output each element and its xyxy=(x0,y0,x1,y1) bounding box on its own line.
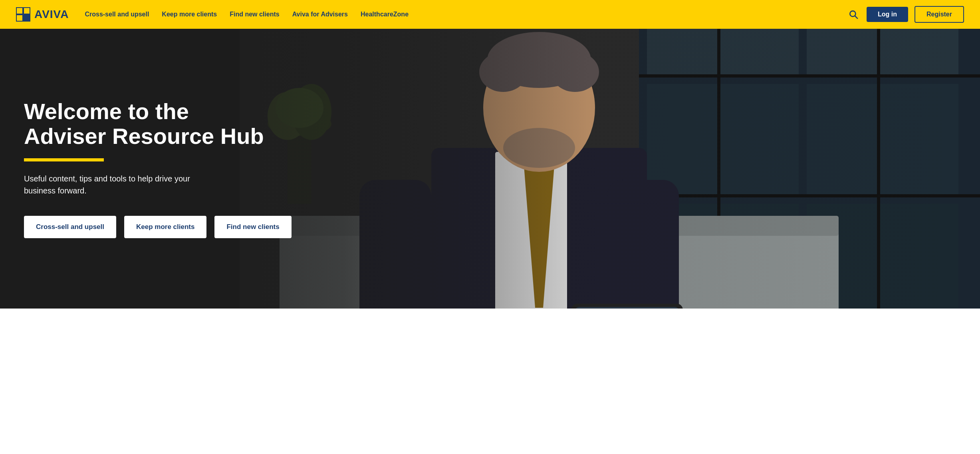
hero-content: Welcome to the Adviser Resource Hub Usef… xyxy=(0,29,539,309)
hero-section: Welcome to the Adviser Resource Hub Usef… xyxy=(0,29,980,309)
svg-rect-3 xyxy=(17,15,22,21)
nav-find-clients[interactable]: Find new clients xyxy=(230,11,279,18)
aviva-logo-icon xyxy=(16,7,30,22)
hero-subtitle: Useful content, tips and tools to help d… xyxy=(24,173,200,197)
nav-aviva-advisers[interactable]: Aviva for Advisers xyxy=(292,11,348,18)
hero-buttons: Cross-sell and upsell Keep more clients … xyxy=(24,216,515,238)
search-icon xyxy=(848,9,859,20)
hero-find-clients-button[interactable]: Find new clients xyxy=(214,216,291,238)
nav-healthcare-zone[interactable]: HealthcareZone xyxy=(361,11,409,18)
logo-text: AVIVA xyxy=(34,8,69,21)
header-actions: Log in Register xyxy=(847,6,964,23)
hero-title: Welcome to the Adviser Resource Hub xyxy=(24,99,515,148)
site-header: AVIVA Cross-sell and upsell Keep more cl… xyxy=(0,0,980,29)
hero-keep-clients-button[interactable]: Keep more clients xyxy=(124,216,206,238)
svg-rect-4 xyxy=(24,15,30,21)
hero-cross-sell-button[interactable]: Cross-sell and upsell xyxy=(24,216,116,238)
nav-cross-sell[interactable]: Cross-sell and upsell xyxy=(85,11,149,18)
login-button[interactable]: Log in xyxy=(867,7,908,22)
main-nav: Cross-sell and upsell Keep more clients … xyxy=(85,11,847,18)
svg-point-5 xyxy=(850,11,855,16)
nav-keep-clients[interactable]: Keep more clients xyxy=(162,11,217,18)
register-button[interactable]: Register xyxy=(915,6,964,23)
logo-area[interactable]: AVIVA xyxy=(16,7,69,22)
svg-line-6 xyxy=(855,16,858,19)
hero-divider xyxy=(24,158,104,161)
svg-rect-2 xyxy=(24,8,30,14)
search-button[interactable] xyxy=(847,8,860,21)
svg-rect-1 xyxy=(17,8,22,14)
